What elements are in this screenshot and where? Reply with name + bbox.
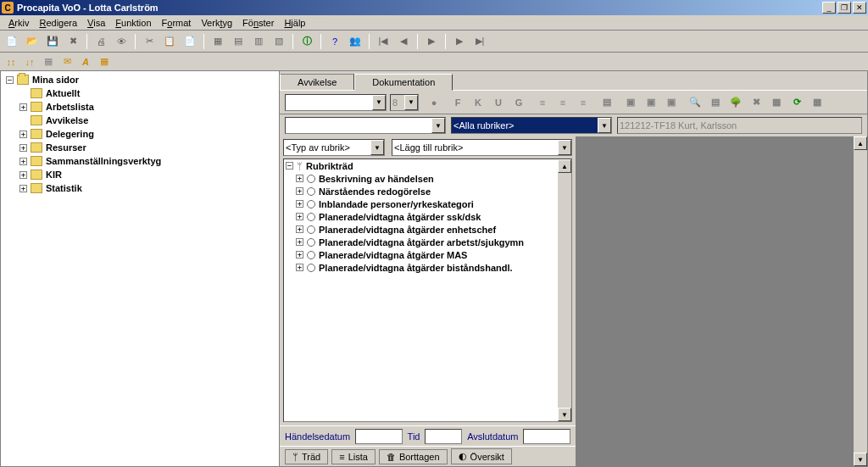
sidebar-item-avvikelse[interactable]: Avvikelse xyxy=(3,114,277,127)
tb-help-icon[interactable]: ? xyxy=(326,33,343,50)
btab-trad[interactable]: ᛘ Träd xyxy=(285,449,328,464)
scrollbar[interactable]: ▲ ▼ xyxy=(854,136,867,466)
sidebar-item-kir[interactable]: + KIR xyxy=(3,168,277,181)
tb-new-icon[interactable]: 📄 xyxy=(3,33,20,50)
list-icon[interactable]: ▤ xyxy=(598,94,615,111)
tb-eye-icon[interactable]: 👁 xyxy=(113,33,130,50)
rubrik-item[interactable]: +Planerade/vidtagna åtgärder biståndshan… xyxy=(284,261,571,274)
rubrik-item[interactable]: +Inblandade personer/yrkeskategori xyxy=(284,197,571,210)
lt-grid-icon[interactable]: ▦ xyxy=(97,54,112,69)
sidebar-item-aktuellt[interactable]: Aktuellt xyxy=(3,86,277,100)
align-left-icon[interactable]: ≡ xyxy=(534,94,551,111)
font-combo[interactable]: ▼ xyxy=(285,94,387,111)
color-button[interactable]: ● xyxy=(426,94,442,111)
tb-copy-icon[interactable]: 📋 xyxy=(161,33,178,50)
tool3-icon[interactable]: ▣ xyxy=(663,94,680,111)
menu-fonster[interactable]: Fönster xyxy=(237,17,279,29)
avslutdatum-field[interactable] xyxy=(523,429,570,444)
lt-arrows-icon[interactable]: ↕↕ xyxy=(3,54,19,69)
underline-button[interactable]: U xyxy=(490,94,507,111)
sidebar-item-arbetslista[interactable]: + Arbetslista xyxy=(3,100,277,114)
sidebar-item-statistik[interactable]: + Statistik xyxy=(3,181,277,195)
tab-dokumentation[interactable]: Dokumentation xyxy=(354,74,453,91)
tree-toggle-icon[interactable]: + xyxy=(19,185,27,192)
menu-funktion[interactable]: Funktion xyxy=(110,17,156,29)
sidebar-item-sammanstallning[interactable]: + Sammanställningsverktyg xyxy=(3,154,277,168)
rubrik-tree[interactable]: − ᛘ Rubrikträd +Beskrivning av händelsen… xyxy=(283,158,572,422)
tb-last-icon[interactable]: ▶| xyxy=(471,33,488,50)
tb-prev-icon[interactable]: ◀ xyxy=(395,33,412,50)
menu-verktyg[interactable]: Verktyg xyxy=(196,17,237,29)
combo1[interactable]: ▼ xyxy=(285,117,446,134)
tb-doc2-icon[interactable]: ▤ xyxy=(230,33,247,50)
rubrik-item[interactable]: +Planerade/vidtagna åtgärder enhetschef xyxy=(284,223,571,236)
tree-toggle-icon[interactable]: + xyxy=(19,171,27,179)
scrollbar[interactable]: ▲ ▼ xyxy=(558,159,571,421)
handelsedatum-field[interactable] xyxy=(355,429,403,444)
rubrik-item[interactable]: +Planerade/vidtagna åtgärder arbetst/sju… xyxy=(284,236,571,248)
tree-toggle-icon[interactable]: + xyxy=(19,131,27,138)
tb-doc3-icon[interactable]: ▥ xyxy=(250,33,267,50)
tb-open-icon[interactable]: 📂 xyxy=(24,33,41,50)
scroll-down-icon[interactable]: ▼ xyxy=(558,408,571,421)
tree-toggle-icon[interactable]: + xyxy=(19,158,27,165)
minimize-button[interactable]: _ xyxy=(822,2,836,14)
rubrik-item[interactable]: +Planerade/vidtagna åtgärder ssk/dsk xyxy=(284,210,571,223)
fontsize-combo[interactable]: 8 ▼ xyxy=(390,94,419,111)
tb-doc4-icon[interactable]: ▧ xyxy=(270,33,287,50)
tb-next-icon[interactable]: ▶ xyxy=(423,33,440,50)
typ-combo[interactable]: <Typ av rubrik> ▼ xyxy=(283,139,385,156)
tb-cut-icon[interactable]: ✂ xyxy=(141,33,158,50)
menu-redigera[interactable]: Redigera xyxy=(34,17,82,29)
tree-toggle-icon[interactable]: − xyxy=(6,76,14,84)
chevron-down-icon[interactable]: ▼ xyxy=(558,140,571,155)
scroll-down-icon[interactable]: ▼ xyxy=(854,453,867,466)
tid-field[interactable] xyxy=(425,429,462,444)
chevron-down-icon[interactable]: ▼ xyxy=(372,95,386,110)
tb-print-icon[interactable]: 🖨 xyxy=(92,33,109,50)
lt-a-icon[interactable]: A xyxy=(78,54,93,69)
menu-format[interactable]: Format xyxy=(157,17,197,29)
editor-pane[interactable]: ▲ ▼ xyxy=(576,136,867,466)
rubrik-item[interactable]: +Beskrivning av händelsen xyxy=(284,172,571,185)
btab-borttagen[interactable]: 🗑 Borttagen xyxy=(379,449,448,464)
tree-toggle-icon[interactable]: − xyxy=(286,162,293,170)
sidebar-item-delegering[interactable]: + Delegering xyxy=(3,127,277,141)
chevron-down-icon[interactable]: ▼ xyxy=(404,95,418,110)
menu-hjalp[interactable]: Hjälp xyxy=(279,17,310,29)
close-button[interactable]: ✕ xyxy=(853,2,866,14)
tree2-icon[interactable]: 🌳 xyxy=(727,94,744,111)
tb-paste-icon[interactable]: 📄 xyxy=(181,33,198,50)
rubrik-root[interactable]: − ᛘ Rubrikträd xyxy=(284,159,571,172)
tree-toggle-icon[interactable]: + xyxy=(19,103,27,111)
btab-oversikt[interactable]: ◐ Översikt xyxy=(451,448,512,464)
x1-icon[interactable]: ✖ xyxy=(748,94,765,111)
menu-visa[interactable]: Visa xyxy=(82,17,110,29)
tb-doc1-icon[interactable]: ▦ xyxy=(209,33,226,50)
search-icon[interactable]: 🔍 xyxy=(687,94,704,111)
scroll-up-icon[interactable]: ▲ xyxy=(854,136,867,150)
tb-save-icon[interactable]: 💾 xyxy=(44,33,61,50)
rubriker-combo[interactable]: <Alla rubriker> ▼ xyxy=(451,117,612,134)
tb-delete-icon[interactable]: ✖ xyxy=(64,33,81,50)
chevron-down-icon[interactable]: ▼ xyxy=(431,118,445,133)
refresh-icon[interactable]: ⟳ xyxy=(788,94,805,111)
x3-icon[interactable]: ▦ xyxy=(809,94,826,111)
tb-info-icon[interactable]: ⓘ xyxy=(298,33,315,50)
sidebar-item-resurser[interactable]: + Resurser xyxy=(3,141,277,154)
props-icon[interactable]: ▤ xyxy=(707,94,724,111)
lt-mail-icon[interactable]: ✉ xyxy=(59,54,75,69)
lagg-combo[interactable]: <Lägg till rubrik> ▼ xyxy=(392,139,572,156)
tb-about-icon[interactable]: 👥 xyxy=(347,33,364,50)
chevron-down-icon[interactable]: ▼ xyxy=(598,118,611,133)
tb-first-icon[interactable]: |◀ xyxy=(375,33,392,50)
align-center-icon[interactable]: ≡ xyxy=(554,94,571,111)
menu-arkiv[interactable]: Arkiv xyxy=(3,17,34,29)
tab-avvikelse[interactable]: Avvikelse xyxy=(280,74,354,90)
chevron-down-icon[interactable]: ▼ xyxy=(370,140,384,155)
lt-sort-icon[interactable]: ↓↑ xyxy=(22,54,37,69)
tb-play-icon[interactable]: ▶ xyxy=(451,33,468,50)
restore-button[interactable]: ❐ xyxy=(837,2,851,14)
rubrik-item[interactable]: +Närståendes redogörelse xyxy=(284,185,571,197)
sidebar-tree[interactable]: − Mina sidor Aktuellt + Arbetslista Avvi… xyxy=(0,71,280,467)
